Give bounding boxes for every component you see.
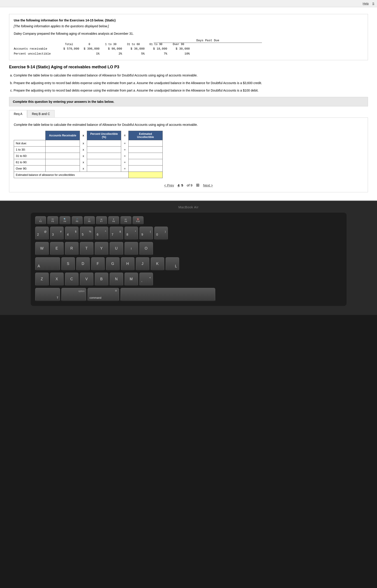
key-d[interactable]: D bbox=[76, 257, 90, 271]
col3-header: 61 to 90 bbox=[145, 43, 167, 46]
ar-not-due-input[interactable] bbox=[53, 142, 73, 145]
row2-3: 7% bbox=[145, 51, 167, 56]
s-link[interactable]: S bbox=[372, 2, 374, 5]
footer-row: Estimated balance of allowance for uncol… bbox=[14, 172, 163, 178]
ar-31-60-input[interactable] bbox=[53, 154, 73, 158]
key-command-left[interactable]: ⌘ command bbox=[88, 288, 119, 301]
days-past-due-header: Days Past Due bbox=[154, 39, 262, 43]
key-8[interactable]: * 8 bbox=[125, 226, 138, 240]
ar-over-90-input[interactable] bbox=[53, 167, 73, 170]
prev-button[interactable]: < Prev bbox=[164, 183, 174, 187]
key-f4[interactable]: 🔍 F4 bbox=[59, 216, 71, 225]
key-4[interactable]: $ 4 bbox=[65, 226, 79, 240]
key-m[interactable]: M bbox=[125, 272, 138, 286]
key-a[interactable]: A bbox=[35, 257, 60, 271]
footer-total[interactable] bbox=[128, 172, 163, 178]
key-f3[interactable]: 80 F3 bbox=[47, 216, 58, 225]
key-r[interactable]: R bbox=[65, 242, 79, 255]
footer-total-input[interactable] bbox=[135, 173, 156, 177]
key-f8[interactable]: ⏸ F8 bbox=[108, 216, 119, 225]
page-5[interactable]: 5 bbox=[181, 183, 183, 187]
ar-61-90-input[interactable] bbox=[53, 160, 73, 164]
key-l[interactable]: L bbox=[165, 257, 179, 271]
key-b[interactable]: B bbox=[95, 272, 108, 286]
key-5[interactable]: % 5 bbox=[80, 226, 94, 240]
key-w[interactable]: W bbox=[35, 242, 49, 255]
label-61-90: 61 to 90: bbox=[14, 159, 46, 166]
key-t[interactable]: T bbox=[80, 242, 94, 255]
key-y[interactable]: Y bbox=[95, 242, 108, 255]
page-numbers: 4 5 bbox=[177, 183, 183, 187]
grid-icon[interactable]: ⊞ bbox=[196, 183, 200, 188]
pct-61-90-input[interactable] bbox=[94, 160, 114, 164]
next-label: Next > bbox=[203, 183, 213, 187]
next-button[interactable]: Next > bbox=[203, 183, 213, 187]
est-not-due[interactable] bbox=[128, 140, 163, 147]
key-f[interactable]: F bbox=[91, 257, 105, 271]
ar-1-30[interactable] bbox=[46, 147, 80, 153]
eq-1-30: = bbox=[121, 147, 128, 153]
est-1-30-input[interactable] bbox=[135, 148, 156, 151]
key-9[interactable]: ( 9 bbox=[140, 226, 153, 240]
ar-31-60[interactable] bbox=[46, 153, 80, 159]
pct-over-90-input[interactable] bbox=[94, 167, 114, 170]
key-space[interactable] bbox=[120, 288, 215, 301]
key-2[interactable]: @ 2 bbox=[35, 226, 49, 240]
est-61-90[interactable] bbox=[128, 159, 163, 166]
key-comma[interactable]: < , bbox=[140, 272, 153, 286]
ar-not-due[interactable] bbox=[46, 140, 80, 147]
key-fn[interactable]: T bbox=[35, 288, 60, 301]
key-n[interactable]: N bbox=[110, 272, 123, 286]
key-f5[interactable]: 🎵 F5 bbox=[72, 216, 82, 225]
key-v[interactable]: V bbox=[80, 272, 94, 286]
row1-label: Accounts receivable bbox=[14, 46, 59, 51]
key-f10[interactable]: 🔇 F10 bbox=[133, 216, 143, 225]
key-f9[interactable]: ⏭ F9 bbox=[120, 216, 131, 225]
pct-over-90[interactable] bbox=[87, 166, 121, 172]
pct-61-90[interactable] bbox=[87, 159, 121, 166]
key-z[interactable]: Z bbox=[35, 272, 49, 286]
page-4[interactable]: 4 bbox=[177, 183, 179, 187]
est-over-90-input[interactable] bbox=[135, 167, 156, 170]
est-61-90-input[interactable] bbox=[135, 160, 156, 164]
key-u[interactable]: U bbox=[110, 242, 123, 255]
key-k[interactable]: K bbox=[151, 257, 164, 271]
key-option[interactable]: option bbox=[61, 288, 86, 301]
ar-over-90[interactable] bbox=[46, 166, 80, 172]
tabs-row: Req A Req B and C bbox=[9, 110, 368, 117]
key-o[interactable]: O bbox=[140, 242, 153, 255]
pct-not-due[interactable] bbox=[87, 140, 121, 147]
pct-31-60-input[interactable] bbox=[94, 154, 114, 158]
pct-not-due-input[interactable] bbox=[94, 142, 114, 145]
est-over-90[interactable] bbox=[128, 166, 163, 172]
ar-61-90[interactable] bbox=[46, 159, 80, 166]
key-s[interactable]: S bbox=[61, 257, 75, 271]
key-6[interactable]: ^ 6 bbox=[95, 226, 108, 240]
modifier-key-row: T option ⌘ command bbox=[35, 288, 342, 301]
key-3[interactable]: # 3 bbox=[50, 226, 64, 240]
key-f7[interactable]: ⏮ F7 bbox=[96, 216, 107, 225]
key-0[interactable]: ) 0 bbox=[154, 226, 168, 240]
key-7[interactable]: & 7 bbox=[110, 226, 123, 240]
pct-1-30-input[interactable] bbox=[94, 148, 114, 151]
help-link[interactable]: Help bbox=[363, 2, 369, 5]
est-1-30[interactable] bbox=[128, 147, 163, 153]
pct-31-60[interactable] bbox=[87, 153, 121, 159]
est-not-due-input[interactable] bbox=[135, 142, 156, 145]
key-c[interactable]: C bbox=[65, 272, 79, 286]
tab-req-a[interactable]: Req A bbox=[9, 110, 27, 118]
key-f2[interactable]: ☼ F2 bbox=[35, 216, 46, 225]
est-31-60-input[interactable] bbox=[135, 154, 156, 158]
info-subtitle: [The following information applies to th… bbox=[14, 24, 363, 29]
key-f6[interactable]: C F6 bbox=[84, 216, 95, 225]
key-h[interactable]: H bbox=[121, 257, 134, 271]
pct-1-30[interactable] bbox=[87, 147, 121, 153]
key-x[interactable]: X bbox=[50, 272, 64, 286]
tab-req-bc[interactable]: Req B and C bbox=[27, 110, 55, 117]
key-j[interactable]: J bbox=[136, 257, 149, 271]
ar-1-30-input[interactable] bbox=[53, 148, 73, 151]
key-e[interactable]: E bbox=[50, 242, 64, 255]
key-g[interactable]: G bbox=[106, 257, 119, 271]
key-i[interactable]: I bbox=[125, 242, 138, 255]
est-31-60[interactable] bbox=[128, 153, 163, 159]
